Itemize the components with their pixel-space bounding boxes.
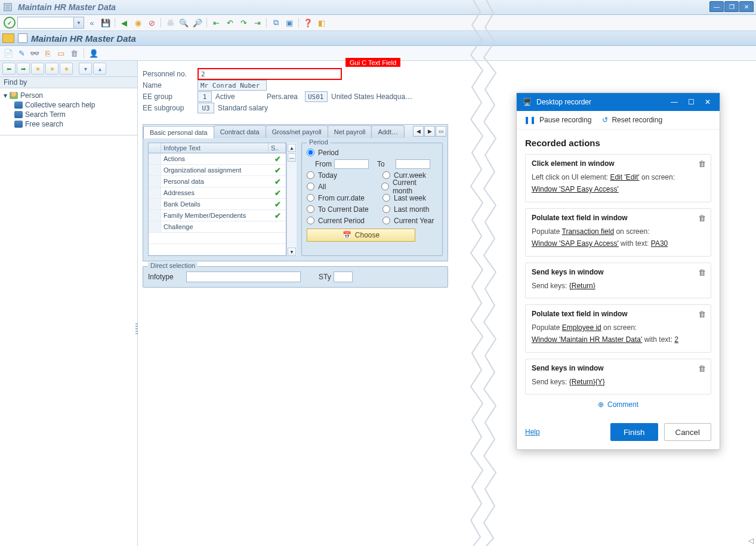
action-link[interactable]: Window 'SAP Easy Access' [532, 239, 619, 248]
delete-action-icon[interactable]: 🗑 [698, 268, 706, 277]
radio-today[interactable] [307, 171, 314, 179]
scroll-up-icon[interactable]: ▲ [288, 144, 296, 152]
glasses-icon[interactable]: 👓 [30, 48, 39, 58]
delete-action-icon[interactable]: 🗑 [698, 159, 706, 168]
prev-page-icon[interactable]: ↶ [224, 17, 236, 29]
print-icon[interactable]: 🖶 [164, 17, 176, 29]
table-row[interactable]: Organizational assignment✔ [149, 165, 286, 176]
cancel-button[interactable]: Cancel [664, 423, 712, 441]
scroll-line-icon[interactable]: — [288, 153, 296, 162]
edit-icon[interactable]: ✎ [17, 48, 26, 58]
delimit-icon[interactable]: ▭ [56, 48, 66, 58]
finish-button[interactable]: Finish [610, 423, 658, 441]
radio-to-curr[interactable] [307, 205, 314, 213]
save-icon[interactable]: 💾 [100, 17, 112, 29]
action-link[interactable]: Employee id [562, 323, 601, 332]
tree-node-person[interactable]: ▾ Person [4, 91, 134, 100]
radio-curr-month[interactable] [381, 183, 389, 190]
last-page-icon[interactable]: ⇥ [251, 17, 263, 29]
tab-scroll-left[interactable]: ◀ [413, 126, 424, 137]
tree-node-collective-search[interactable]: Collective search help [4, 100, 134, 110]
pause-recording-button[interactable]: ❚❚Pause recording [524, 116, 591, 124]
fav-del-button[interactable]: ★ [60, 63, 73, 75]
doc-create-icon[interactable]: 📄 [4, 48, 13, 58]
sty-field[interactable] [334, 272, 353, 282]
infotype-field[interactable] [186, 272, 301, 282]
splitter-handle[interactable] [135, 305, 140, 353]
from-field[interactable] [334, 159, 369, 169]
tab-gross-net-payroll[interactable]: Gross/net payroll [266, 125, 328, 138]
command-field[interactable]: ▼ [17, 17, 84, 29]
next-page-icon[interactable]: ↷ [237, 17, 249, 29]
fav-list-button[interactable]: ★ [45, 63, 58, 75]
help-icon[interactable]: ❓ [302, 17, 314, 29]
add-comment-button[interactable]: ⊕ Comment [525, 400, 711, 409]
new-session-icon[interactable]: ⧉ [270, 17, 282, 29]
tab-basic-personal-data[interactable]: Basic personal data [143, 126, 214, 138]
nav-forward-button[interactable]: ➡ [17, 63, 30, 75]
grid-scrollbar[interactable]: ▲ — ▼ [286, 143, 297, 256]
action-link[interactable]: PA30 [651, 239, 668, 248]
cancel-icon[interactable]: ⊘ [146, 17, 158, 29]
reset-recording-button[interactable]: ↺Reset recording [602, 116, 662, 124]
tree-node-free-search[interactable]: Free search [4, 119, 134, 129]
window-restore[interactable]: ❐ [724, 1, 739, 12]
delete-action-icon[interactable]: 🗑 [698, 310, 706, 319]
radio-curr-week[interactable] [382, 171, 390, 179]
action-link[interactable]: Window 'SAP Easy Access' [532, 185, 619, 193]
radio-curr-period[interactable] [307, 217, 314, 224]
overview-icon[interactable]: 👤 [89, 48, 98, 58]
recorder-maximize[interactable]: ☐ [685, 98, 697, 106]
radio-from-curr[interactable] [307, 194, 314, 202]
action-link[interactable]: {Return} [569, 282, 595, 290]
recorder-minimize[interactable]: — [668, 98, 680, 106]
tab-additional[interactable]: Addt… [371, 125, 405, 138]
choose-button[interactable]: 📅 Choose [307, 229, 415, 242]
tree-node-search-term[interactable]: Search Term [4, 110, 134, 119]
collapse-button[interactable]: ▴ [93, 63, 106, 75]
help-link[interactable]: Help [525, 428, 540, 436]
action-link[interactable]: Edit 'Edit' [610, 173, 639, 181]
tab-scroll-right[interactable]: ▶ [424, 126, 435, 137]
tab-contract-data[interactable]: Contract data [214, 125, 266, 138]
window-close[interactable]: ✕ [739, 1, 754, 12]
recorder-close[interactable]: ✕ [702, 98, 714, 106]
delete-action-icon[interactable]: 🗑 [698, 364, 706, 373]
table-row[interactable]: Actions✔ [149, 153, 286, 165]
exit-icon[interactable]: ◉ [132, 17, 144, 29]
radio-last-month[interactable] [382, 205, 390, 213]
tree-expander-icon[interactable]: ▾ [4, 91, 7, 100]
first-page-icon[interactable]: ⇤ [210, 17, 222, 29]
scroll-down-icon[interactable]: ▼ [288, 248, 296, 256]
delete-icon[interactable]: 🗑 [69, 48, 79, 58]
expand-button[interactable]: ▾ [79, 63, 92, 75]
find-icon[interactable]: 🔍 [178, 17, 190, 29]
tab-net-payroll[interactable]: Net payroll [328, 125, 372, 138]
action-link[interactable]: Window 'Maintain HR Master Data' [532, 335, 642, 344]
table-row[interactable]: Personal data✔ [149, 176, 286, 187]
layout-icon[interactable]: ◧ [316, 17, 328, 29]
copy-icon[interactable]: ⎘ [43, 48, 53, 58]
to-field[interactable] [396, 159, 430, 169]
back-chevrons-icon[interactable]: « [86, 17, 98, 29]
window-minimize[interactable]: — [709, 1, 724, 12]
shortcut-icon[interactable]: ▣ [283, 17, 295, 29]
radio-last-week[interactable] [382, 194, 390, 202]
chevron-down-icon[interactable]: ▼ [73, 17, 84, 28]
nav-back-button[interactable]: ⬅ [2, 63, 16, 75]
radio-all[interactable] [307, 183, 314, 190]
table-row[interactable]: Bank Details✔ [149, 199, 286, 210]
radio-curr-year[interactable] [382, 217, 390, 224]
fav-add-button[interactable]: ★ [31, 63, 44, 75]
table-row[interactable]: Challenge [149, 221, 286, 233]
delete-action-icon[interactable]: 🗑 [698, 214, 706, 223]
action-link[interactable]: Transaction field [562, 227, 615, 236]
action-link[interactable]: {Return}{Y} [569, 378, 605, 386]
personnel-no-field[interactable]: 2 [198, 68, 342, 80]
find-next-icon[interactable]: 🔎 [192, 17, 203, 29]
back-icon[interactable]: ◀ [118, 17, 130, 29]
radio-period[interactable] [307, 149, 314, 156]
table-row[interactable]: Addresses✔ [149, 187, 286, 199]
app-menu-icon[interactable] [4, 3, 12, 11]
tab-list-button[interactable]: ▭ [436, 126, 446, 137]
